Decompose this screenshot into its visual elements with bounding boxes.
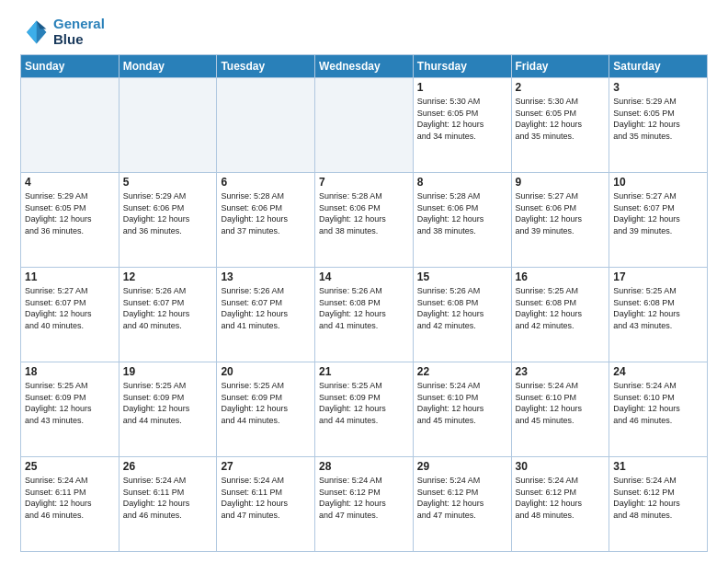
day-info: Sunrise: 5:29 AM Sunset: 6:06 PM Dayligh… [123,190,213,236]
day-info: Sunrise: 5:26 AM Sunset: 6:07 PM Dayligh… [221,285,311,331]
day-number: 19 [123,365,213,378]
day-info: Sunrise: 5:27 AM Sunset: 6:06 PM Dayligh… [516,190,606,236]
day-info: Sunrise: 5:25 AM Sunset: 6:09 PM Dayligh… [319,380,409,426]
calendar-cell: 17Sunrise: 5:25 AM Sunset: 6:08 PM Dayli… [609,268,708,362]
calendar-cell: 11Sunrise: 5:27 AM Sunset: 6:07 PM Dayli… [21,268,119,362]
day-info: Sunrise: 5:24 AM Sunset: 6:11 PM Dayligh… [123,475,213,521]
header: General Blue [20,17,708,47]
day-number: 30 [516,460,606,473]
day-info: Sunrise: 5:28 AM Sunset: 6:06 PM Dayligh… [319,190,409,236]
day-number: 14 [319,270,409,283]
day-info: Sunrise: 5:25 AM Sunset: 6:09 PM Dayligh… [25,380,115,426]
calendar-cell: 2Sunrise: 5:30 AM Sunset: 6:05 PM Daylig… [511,78,609,173]
day-number: 27 [221,460,311,473]
day-number: 6 [221,176,311,189]
calendar-cell: 19Sunrise: 5:25 AM Sunset: 6:09 PM Dayli… [119,362,217,457]
calendar-cell: 10Sunrise: 5:27 AM Sunset: 6:07 PM Dayli… [609,173,708,268]
day-number: 24 [613,365,703,378]
calendar-week-row: 4Sunrise: 5:29 AM Sunset: 6:05 PM Daylig… [21,173,708,268]
calendar-cell: 15Sunrise: 5:26 AM Sunset: 6:08 PM Dayli… [413,268,511,362]
calendar-week-row: 11Sunrise: 5:27 AM Sunset: 6:07 PM Dayli… [21,268,708,362]
calendar-cell: 3Sunrise: 5:29 AM Sunset: 6:05 PM Daylig… [609,78,708,173]
day-number: 22 [417,365,507,378]
day-info: Sunrise: 5:24 AM Sunset: 6:12 PM Dayligh… [613,475,703,521]
day-number: 5 [123,176,213,189]
logo-text: General Blue [53,17,105,47]
logo-line1: General [53,17,105,32]
day-number: 17 [613,270,703,283]
calendar-cell [217,78,315,173]
page: General Blue SundayMondayTuesdayWednesda… [0,0,728,563]
day-number: 18 [25,365,115,378]
weekday-header: Wednesday [315,55,414,78]
calendar-cell: 5Sunrise: 5:29 AM Sunset: 6:06 PM Daylig… [119,173,217,268]
calendar-week-row: 1Sunrise: 5:30 AM Sunset: 6:05 PM Daylig… [21,78,708,173]
calendar-week-row: 18Sunrise: 5:25 AM Sunset: 6:09 PM Dayli… [21,362,708,457]
calendar-cell: 22Sunrise: 5:24 AM Sunset: 6:10 PM Dayli… [413,362,511,457]
day-number: 12 [123,270,213,283]
day-info: Sunrise: 5:29 AM Sunset: 6:05 PM Dayligh… [613,96,703,142]
weekday-header: Thursday [413,55,511,78]
calendar-cell: 29Sunrise: 5:24 AM Sunset: 6:12 PM Dayli… [413,457,511,552]
day-number: 21 [319,365,409,378]
calendar-cell [315,78,414,173]
day-info: Sunrise: 5:24 AM Sunset: 6:12 PM Dayligh… [516,475,606,521]
day-info: Sunrise: 5:27 AM Sunset: 6:07 PM Dayligh… [613,190,703,236]
day-info: Sunrise: 5:28 AM Sunset: 6:06 PM Dayligh… [417,190,507,236]
calendar-cell: 25Sunrise: 5:24 AM Sunset: 6:11 PM Dayli… [21,457,119,552]
calendar-cell [119,78,217,173]
day-number: 11 [25,270,115,283]
day-number: 10 [613,176,703,189]
day-number: 25 [25,460,115,473]
day-info: Sunrise: 5:28 AM Sunset: 6:06 PM Dayligh… [221,190,311,236]
calendar-cell: 16Sunrise: 5:25 AM Sunset: 6:08 PM Dayli… [511,268,609,362]
calendar-cell: 9Sunrise: 5:27 AM Sunset: 6:06 PM Daylig… [511,173,609,268]
weekday-header: Sunday [21,55,119,78]
calendar-cell: 14Sunrise: 5:26 AM Sunset: 6:08 PM Dayli… [315,268,414,362]
day-info: Sunrise: 5:26 AM Sunset: 6:07 PM Dayligh… [123,285,213,331]
calendar-cell: 21Sunrise: 5:25 AM Sunset: 6:09 PM Dayli… [315,362,414,457]
day-info: Sunrise: 5:24 AM Sunset: 6:12 PM Dayligh… [417,475,507,521]
day-info: Sunrise: 5:24 AM Sunset: 6:10 PM Dayligh… [613,380,703,426]
weekday-header: Friday [511,55,609,78]
calendar-table: SundayMondayTuesdayWednesdayThursdayFrid… [20,54,708,552]
day-number: 9 [516,176,606,189]
day-number: 1 [417,81,507,94]
calendar-cell: 30Sunrise: 5:24 AM Sunset: 6:12 PM Dayli… [511,457,609,552]
calendar-cell: 27Sunrise: 5:24 AM Sunset: 6:11 PM Dayli… [217,457,315,552]
weekday-header: Saturday [609,55,708,78]
day-info: Sunrise: 5:24 AM Sunset: 6:12 PM Dayligh… [319,475,409,521]
calendar-cell: 7Sunrise: 5:28 AM Sunset: 6:06 PM Daylig… [315,173,414,268]
day-info: Sunrise: 5:29 AM Sunset: 6:05 PM Dayligh… [25,190,115,236]
day-info: Sunrise: 5:26 AM Sunset: 6:08 PM Dayligh… [417,285,507,331]
day-number: 20 [221,365,311,378]
day-number: 31 [613,460,703,473]
calendar-week-row: 25Sunrise: 5:24 AM Sunset: 6:11 PM Dayli… [21,457,708,552]
calendar-cell: 13Sunrise: 5:26 AM Sunset: 6:07 PM Dayli… [217,268,315,362]
calendar-cell: 23Sunrise: 5:24 AM Sunset: 6:10 PM Dayli… [511,362,609,457]
day-info: Sunrise: 5:25 AM Sunset: 6:08 PM Dayligh… [613,285,703,331]
calendar-cell: 12Sunrise: 5:26 AM Sunset: 6:07 PM Dayli… [119,268,217,362]
calendar-cell: 8Sunrise: 5:28 AM Sunset: 6:06 PM Daylig… [413,173,511,268]
logo-icon [20,17,50,47]
calendar-cell: 1Sunrise: 5:30 AM Sunset: 6:05 PM Daylig… [413,78,511,173]
weekday-header: Tuesday [217,55,315,78]
day-info: Sunrise: 5:25 AM Sunset: 6:08 PM Dayligh… [516,285,606,331]
calendar-cell [21,78,119,173]
day-number: 26 [123,460,213,473]
calendar-cell: 28Sunrise: 5:24 AM Sunset: 6:12 PM Dayli… [315,457,414,552]
calendar-cell: 24Sunrise: 5:24 AM Sunset: 6:10 PM Dayli… [609,362,708,457]
weekday-header: Monday [119,55,217,78]
logo-line2: Blue [53,32,105,48]
day-info: Sunrise: 5:26 AM Sunset: 6:08 PM Dayligh… [319,285,409,331]
day-number: 2 [516,81,606,94]
calendar-cell: 6Sunrise: 5:28 AM Sunset: 6:06 PM Daylig… [217,173,315,268]
day-number: 15 [417,270,507,283]
calendar-header-row: SundayMondayTuesdayWednesdayThursdayFrid… [21,55,708,78]
day-number: 4 [25,176,115,189]
calendar-cell: 20Sunrise: 5:25 AM Sunset: 6:09 PM Dayli… [217,362,315,457]
day-number: 28 [319,460,409,473]
day-number: 7 [319,176,409,189]
day-number: 8 [417,176,507,189]
day-info: Sunrise: 5:25 AM Sunset: 6:09 PM Dayligh… [221,380,311,426]
